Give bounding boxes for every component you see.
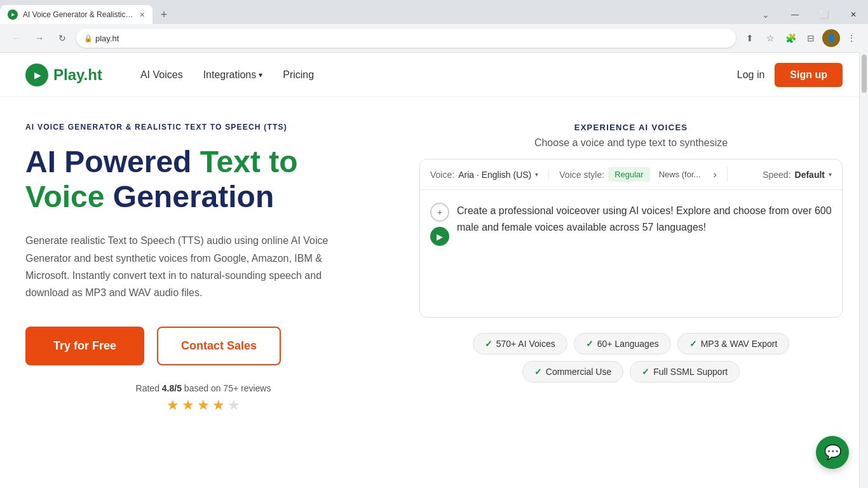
forward-button[interactable]: → <box>31 29 48 47</box>
badge-label: Full SSML Support <box>653 367 728 377</box>
demo-content: + ▶ Create a professional voiceover usin… <box>420 190 842 317</box>
hero-section: AI Voice Generator & Realistic Text to S… <box>0 97 868 414</box>
add-text-button[interactable]: + <box>430 203 449 222</box>
browser-menu-button[interactable]: ⋮ <box>843 29 860 47</box>
logo-text: Play.ht <box>53 66 102 84</box>
nav-links: AI Voices Integrations Pricing <box>140 69 314 81</box>
logo-dark: Play <box>53 66 84 83</box>
check-icon: ✓ <box>689 339 697 349</box>
contact-sales-button[interactable]: Contact Sales <box>157 327 281 365</box>
address-bar: ← → ↻ 🔒 play.ht ⬆ ☆ 🧩 ⊟ 👤 ⋮ <box>0 24 868 52</box>
chat-button[interactable]: 💬 <box>816 436 849 469</box>
demo-controls: + ▶ <box>430 203 449 246</box>
logo-light: ht <box>88 66 102 83</box>
split-view-icon[interactable]: ⊟ <box>802 29 820 47</box>
style-more-button[interactable] <box>710 169 716 180</box>
badge-label: 60+ Languages <box>597 339 659 349</box>
try-free-button[interactable]: Try for Free <box>25 327 144 365</box>
url-text: play.ht <box>95 34 119 43</box>
chevron-down-icon: ▾ <box>535 171 538 178</box>
chevron-down-icon: ⌄ <box>751 5 780 24</box>
play-button[interactable]: ▶ <box>430 227 449 246</box>
badge-label: Commercial Use <box>546 367 611 377</box>
maximize-button[interactable]: ⬜ <box>810 5 839 24</box>
bookmark-icon[interactable]: ☆ <box>761 29 779 47</box>
new-tab-button[interactable]: + <box>155 6 173 24</box>
nav-ai-voices[interactable]: AI Voices <box>140 69 183 81</box>
rating-suffix: based on 75+ reviews <box>182 383 271 393</box>
star-5: ★ <box>227 397 240 414</box>
refresh-button[interactable]: ↻ <box>53 29 71 47</box>
check-icon: ✓ <box>534 367 542 377</box>
star-3: ★ <box>197 397 210 414</box>
minimize-button[interactable]: — <box>780 5 810 24</box>
tab-title: AI Voice Generator & Realistic Te... <box>23 10 135 19</box>
chat-icon: 💬 <box>824 444 841 461</box>
feature-badges: ✓ 570+ AI Voices ✓ 60+ Languages ✓ MP3 &… <box>419 333 843 383</box>
logo-link[interactable]: Play.ht <box>25 64 102 86</box>
chevron-down-icon: ▾ <box>829 171 832 178</box>
window-controls: ⌄ — ⬜ ✕ <box>751 5 868 24</box>
badge-ssml: ✓ Full SSML Support <box>630 361 740 383</box>
active-tab[interactable]: AI Voice Generator & Realistic Te... × <box>0 5 153 24</box>
nav-actions: Log in Sign up <box>737 63 843 87</box>
style-label: Voice style: <box>559 170 604 180</box>
share-icon[interactable]: ⬆ <box>741 29 759 47</box>
rating-text: Rated 4.8/5 based on 75+ reviews <box>25 383 381 393</box>
star-4: ★ <box>212 397 225 414</box>
badge-label: 570+ AI Voices <box>496 339 555 349</box>
hero-title: AI Powered Text to Voice Generation <box>25 144 381 214</box>
demo-subtitle: Choose a voice and type text to synthesi… <box>419 137 843 149</box>
badge-label: MP3 & WAV Export <box>701 339 778 349</box>
hero-right: Experience AI Voices Choose a voice and … <box>419 123 843 414</box>
demo-toolbar: Voice: Aria · English (US) ▾ Voice style… <box>420 159 842 190</box>
close-window-button[interactable]: ✕ <box>839 5 868 24</box>
speed-value: Default <box>795 170 825 180</box>
extensions-icon[interactable]: 🧩 <box>782 29 799 47</box>
voice-selector[interactable]: Voice: Aria · English (US) ▾ <box>430 170 549 180</box>
star-2: ★ <box>182 397 194 414</box>
back-button[interactable]: ← <box>8 29 25 47</box>
website: Play.ht AI Voices Integrations Pricing L… <box>0 53 868 414</box>
nav-integrations[interactable]: Integrations <box>203 69 263 81</box>
logo-icon <box>25 64 48 86</box>
speed-selector[interactable]: Speed: Default ▾ <box>752 170 832 180</box>
url-bar[interactable]: 🔒 play.ht <box>76 29 736 48</box>
badge-commercial: ✓ Commercial Use <box>522 361 623 383</box>
check-icon: ✓ <box>642 367 649 377</box>
check-icon: ✓ <box>485 339 492 349</box>
check-icon: ✓ <box>586 339 593 349</box>
style-tab-news[interactable]: News (for... <box>653 167 707 182</box>
style-selector: Voice style: Regular News (for... <box>549 167 727 182</box>
star-1: ★ <box>166 397 179 414</box>
voice-name: Aria · English (US) <box>458 170 531 180</box>
tab-bar: AI Voice Generator & Realistic Te... × +… <box>0 0 868 24</box>
scrollbar-thumb[interactable] <box>862 55 867 93</box>
demo-section-title: Experience AI Voices <box>419 123 843 132</box>
hero-buttons: Try for Free Contact Sales <box>25 327 381 365</box>
hero-left: AI Voice Generator & Realistic Text to S… <box>25 123 381 414</box>
hero-title-dark1: AI Powered <box>25 145 200 179</box>
speed-label: Speed: <box>763 170 790 180</box>
nav-pricing[interactable]: Pricing <box>283 69 314 81</box>
hero-title-green2: Voice <box>25 180 105 214</box>
hero-title-dark2: Generation <box>105 180 275 214</box>
rating-stars: ★ ★ ★ ★ ★ <box>25 397 381 414</box>
style-tabs: Regular News (for... <box>608 167 707 182</box>
toolbar-actions: ⬆ ☆ 🧩 ⊟ 👤 ⋮ <box>741 29 860 47</box>
lock-icon: 🔒 <box>84 34 93 43</box>
rating-prefix: Rated <box>136 383 162 393</box>
signup-button[interactable]: Sign up <box>775 63 843 87</box>
demo-text-content[interactable]: Create a professional voiceover using AI… <box>457 203 832 235</box>
site-navigation: Play.ht AI Voices Integrations Pricing L… <box>0 53 868 97</box>
tab-close-button[interactable]: × <box>140 10 145 20</box>
hero-rating: Rated 4.8/5 based on 75+ reviews ★ ★ ★ ★… <box>25 383 381 414</box>
scrollbar[interactable] <box>859 52 868 488</box>
login-button[interactable]: Log in <box>737 69 765 81</box>
rating-value: 4.8/5 <box>162 383 182 393</box>
tab-favicon <box>8 10 18 20</box>
hero-description: Generate realistic Text to Speech (TTS) … <box>25 232 330 301</box>
profile-avatar[interactable]: 👤 <box>822 29 840 47</box>
demo-panel: Voice: Aria · English (US) ▾ Voice style… <box>419 159 843 318</box>
style-tab-regular[interactable]: Regular <box>608 167 650 182</box>
